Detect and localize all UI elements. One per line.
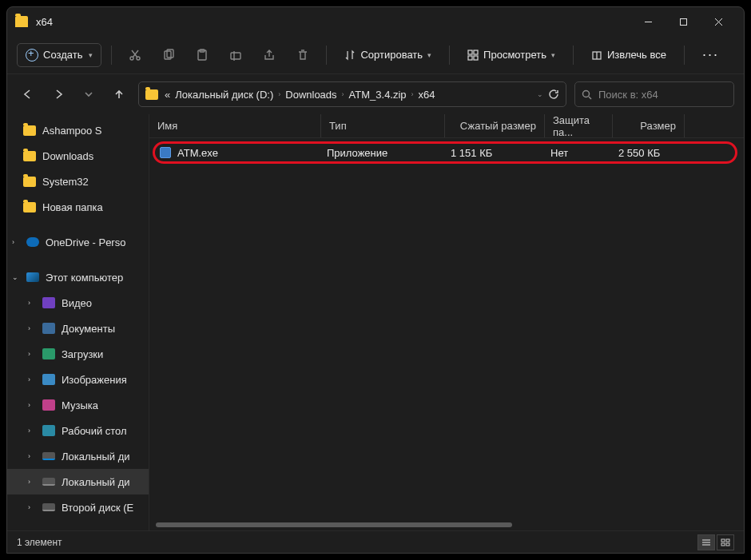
forward-button[interactable] bbox=[47, 81, 70, 107]
address-bar: « Локальный диск (D:) › Downloads › ATM_… bbox=[7, 74, 744, 114]
title-bar[interactable]: x64 bbox=[7, 7, 744, 36]
expand-icon[interactable]: › bbox=[12, 238, 20, 246]
breadcrumb-item[interactable]: x64 bbox=[419, 89, 435, 101]
view-button[interactable]: Просмотреть ▾ bbox=[459, 44, 563, 66]
expand-icon[interactable]: › bbox=[28, 350, 36, 358]
breadcrumb-overflow: « bbox=[165, 89, 170, 101]
expand-icon[interactable]: › bbox=[28, 427, 36, 435]
library-icon bbox=[42, 348, 55, 359]
navigation-pane[interactable]: Ashampoo SDownloadsSystem32Новая папка›O… bbox=[7, 114, 149, 530]
more-button[interactable]: ··· bbox=[694, 42, 727, 68]
column-name[interactable]: Имя bbox=[149, 114, 321, 137]
expand-icon[interactable]: › bbox=[28, 324, 36, 332]
breadcrumb-item[interactable]: ATM_3.4.zip bbox=[349, 89, 407, 101]
horizontal-scrollbar[interactable] bbox=[156, 522, 512, 527]
column-protection[interactable]: Защита па... bbox=[545, 114, 613, 137]
details-view-button[interactable] bbox=[697, 534, 715, 550]
plus-icon bbox=[26, 49, 38, 62]
folder-icon bbox=[23, 202, 36, 212]
sidebar-label: Локальный ди bbox=[62, 476, 130, 488]
file-name: ATM.exe bbox=[177, 147, 218, 159]
sidebar-label: Ashampoo S bbox=[42, 125, 101, 137]
share-button[interactable] bbox=[256, 42, 283, 69]
file-row[interactable]: ATM.exe Приложение 1 151 КБ Нет 2 550 КБ bbox=[153, 141, 737, 164]
svg-rect-28 bbox=[726, 543, 729, 546]
svg-rect-1 bbox=[680, 18, 686, 25]
sidebar-item[interactable]: ›Видео bbox=[7, 290, 149, 316]
sidebar-item[interactable]: ›Музыка bbox=[7, 392, 149, 418]
extract-all-button[interactable]: Извлечь все bbox=[583, 44, 674, 66]
folder-icon bbox=[23, 177, 36, 187]
chevron-down-icon[interactable]: ⌄ bbox=[537, 90, 543, 98]
separator bbox=[573, 46, 574, 65]
toolbar: Создать ▾ Сортировать ▾ Просмотреть ▾ Из… bbox=[7, 36, 744, 74]
sidebar-item[interactable]: System32 bbox=[7, 169, 149, 194]
refresh-icon[interactable] bbox=[548, 89, 559, 100]
expand-icon[interactable]: › bbox=[28, 401, 36, 409]
column-compressed[interactable]: Сжатый размер bbox=[445, 114, 545, 137]
separator bbox=[684, 46, 685, 65]
column-size[interactable]: Размер bbox=[613, 114, 685, 137]
expand-icon[interactable]: › bbox=[28, 452, 36, 460]
svg-rect-12 bbox=[231, 53, 240, 59]
new-button[interactable]: Создать ▾ bbox=[17, 43, 101, 67]
sort-button[interactable]: Сортировать ▾ bbox=[336, 44, 439, 66]
sidebar-label: Локальный ди bbox=[62, 451, 130, 463]
sidebar-item[interactable]: ›Локальный ди bbox=[7, 469, 149, 494]
folder-icon bbox=[23, 125, 36, 136]
sidebar-label: Загрузки bbox=[62, 348, 103, 360]
recent-button[interactable] bbox=[77, 81, 100, 107]
sidebar-item[interactable]: ›Документы bbox=[7, 316, 149, 341]
sort-label: Сортировать bbox=[360, 49, 423, 61]
sidebar-item[interactable]: Ashampoo S bbox=[7, 117, 149, 143]
up-button[interactable] bbox=[108, 81, 130, 107]
breadcrumb-item[interactable]: Downloads bbox=[285, 89, 336, 101]
delete-button[interactable] bbox=[289, 42, 316, 69]
svg-line-21 bbox=[589, 97, 591, 99]
copy-button[interactable] bbox=[155, 42, 182, 69]
minimize-button[interactable] bbox=[630, 10, 666, 34]
svg-rect-27 bbox=[721, 543, 725, 546]
chevron-right-icon: › bbox=[278, 90, 280, 98]
expand-icon[interactable]: › bbox=[28, 375, 36, 383]
rename-button[interactable] bbox=[222, 42, 249, 69]
sidebar-item[interactable]: ›Рабочий стол bbox=[7, 418, 149, 443]
folder-icon bbox=[15, 16, 28, 27]
sidebar-label: Этот компьютер bbox=[46, 272, 123, 284]
exe-icon bbox=[160, 147, 171, 158]
chevron-down-icon: ▾ bbox=[551, 51, 555, 59]
expand-icon[interactable]: ⌄ bbox=[12, 273, 20, 281]
expand-icon[interactable]: › bbox=[28, 478, 36, 486]
breadcrumb-bar[interactable]: « Локальный диск (D:) › Downloads › ATM_… bbox=[138, 81, 566, 107]
sidebar-label: Рабочий стол bbox=[62, 425, 127, 437]
sidebar-item[interactable]: ›Локальный ди bbox=[7, 443, 149, 469]
column-type[interactable]: Тип bbox=[321, 114, 445, 137]
search-input[interactable]: Поиск в: x64 bbox=[574, 81, 734, 107]
thumbnail-view-button[interactable] bbox=[717, 534, 734, 550]
chevron-right-icon: › bbox=[411, 90, 414, 98]
sidebar-item[interactable]: Downloads bbox=[7, 143, 149, 169]
paste-button[interactable] bbox=[189, 42, 216, 69]
expand-icon[interactable]: › bbox=[28, 299, 36, 307]
back-button[interactable] bbox=[17, 81, 39, 107]
sidebar-label: Новая папка bbox=[42, 201, 103, 213]
expand-icon[interactable]: › bbox=[28, 503, 36, 511]
explorer-window: x64 Создать ▾ Сортировать ▾ Просмотреть bbox=[6, 6, 745, 554]
sidebar-item[interactable]: ›Второй диск (E bbox=[7, 494, 149, 520]
breadcrumb-item[interactable]: Локальный диск (D:) bbox=[175, 89, 273, 101]
sidebar-item[interactable]: ›Загрузки bbox=[7, 341, 149, 367]
svg-rect-14 bbox=[468, 50, 472, 54]
maximize-button[interactable] bbox=[666, 10, 701, 34]
sidebar-item[interactable]: ⌄Этот компьютер bbox=[7, 264, 149, 290]
cut-button[interactable] bbox=[121, 42, 149, 69]
sidebar-item[interactable]: Новая папка bbox=[7, 194, 149, 220]
library-icon bbox=[42, 297, 55, 308]
svg-rect-17 bbox=[474, 56, 478, 60]
library-icon bbox=[42, 374, 55, 385]
item-count: 1 элемент bbox=[17, 537, 62, 548]
svg-rect-16 bbox=[468, 56, 472, 60]
sidebar-item[interactable]: ›Изображения bbox=[7, 367, 149, 392]
close-button[interactable] bbox=[701, 10, 736, 34]
sidebar-item[interactable]: ›OneDrive - Perso bbox=[7, 229, 149, 255]
svg-point-20 bbox=[583, 90, 590, 97]
